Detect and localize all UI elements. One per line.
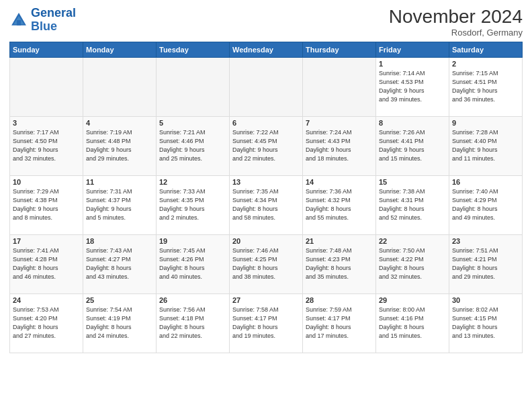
logo-text: General Blue	[31, 7, 76, 34]
day-number: 6	[232, 119, 300, 127]
day-info: Sunrise: 7:45 AMSunset: 4:26 PMDaylight:…	[159, 246, 226, 281]
day-info: Sunrise: 7:29 AMSunset: 4:38 PMDaylight:…	[13, 187, 80, 222]
table-row: 13Sunrise: 7:35 AMSunset: 4:34 PMDayligh…	[230, 175, 303, 234]
col-saturday: Saturday	[449, 42, 523, 57]
table-row: 17Sunrise: 7:41 AMSunset: 4:28 PMDayligh…	[10, 234, 83, 293]
day-number: 28	[306, 296, 373, 304]
day-info: Sunrise: 7:50 AMSunset: 4:22 PMDaylight:…	[379, 246, 446, 281]
day-number: 8	[379, 119, 446, 127]
day-number: 17	[13, 237, 80, 245]
col-wednesday: Wednesday	[230, 42, 303, 57]
day-number: 18	[86, 237, 153, 245]
day-info: Sunrise: 7:19 AMSunset: 4:48 PMDaylight:…	[86, 128, 153, 163]
day-info: Sunrise: 7:53 AMSunset: 4:20 PMDaylight:…	[13, 306, 80, 340]
col-friday: Friday	[376, 42, 449, 57]
table-row: 19Sunrise: 7:45 AMSunset: 4:26 PMDayligh…	[157, 234, 230, 293]
day-info: Sunrise: 7:48 AMSunset: 4:23 PMDaylight:…	[306, 246, 373, 281]
table-row: 24Sunrise: 7:53 AMSunset: 4:20 PMDayligh…	[10, 293, 83, 353]
day-number: 15	[379, 178, 446, 186]
day-number: 25	[86, 296, 153, 304]
day-info: Sunrise: 7:38 AMSunset: 4:31 PMDaylight:…	[379, 187, 446, 222]
table-row: 25Sunrise: 7:54 AMSunset: 4:19 PMDayligh…	[83, 293, 157, 353]
day-number: 2	[452, 60, 519, 68]
day-number: 12	[159, 178, 226, 186]
logo-general: General	[31, 6, 76, 19]
table-row: 4Sunrise: 7:19 AMSunset: 4:48 PMDaylight…	[83, 116, 157, 175]
day-info: Sunrise: 8:00 AMSunset: 4:16 PMDaylight:…	[379, 306, 446, 340]
day-number: 29	[379, 296, 446, 304]
day-number: 3	[13, 119, 80, 127]
table-row: 5Sunrise: 7:21 AMSunset: 4:46 PMDaylight…	[157, 116, 230, 175]
calendar-row-2: 3Sunrise: 7:17 AMSunset: 4:50 PMDaylight…	[10, 116, 523, 175]
day-number: 30	[452, 296, 519, 304]
month-title: November 2024	[389, 7, 523, 28]
table-row: 11Sunrise: 7:31 AMSunset: 4:37 PMDayligh…	[83, 175, 157, 234]
calendar-row-5: 24Sunrise: 7:53 AMSunset: 4:20 PMDayligh…	[10, 293, 523, 353]
day-info: Sunrise: 8:02 AMSunset: 4:15 PMDaylight:…	[452, 306, 519, 340]
calendar-header-row: Sunday Monday Tuesday Wednesday Thursday…	[10, 42, 523, 57]
day-info: Sunrise: 7:59 AMSunset: 4:17 PMDaylight:…	[306, 306, 373, 340]
table-row: 20Sunrise: 7:46 AMSunset: 4:25 PMDayligh…	[230, 234, 303, 293]
table-row: 9Sunrise: 7:28 AMSunset: 4:40 PMDaylight…	[449, 116, 523, 175]
table-row: 30Sunrise: 8:02 AMSunset: 4:15 PMDayligh…	[449, 293, 523, 353]
logo-icon	[9, 11, 28, 30]
day-info: Sunrise: 7:41 AMSunset: 4:28 PMDaylight:…	[13, 246, 80, 281]
day-number: 23	[452, 237, 519, 245]
day-info: Sunrise: 7:58 AMSunset: 4:17 PMDaylight:…	[232, 306, 300, 340]
col-tuesday: Tuesday	[157, 42, 230, 57]
svg-rect-2	[17, 20, 21, 26]
page-container: General Blue November 2024 Rosdorf, Germ…	[0, 0, 532, 359]
day-info: Sunrise: 7:56 AMSunset: 4:18 PMDaylight:…	[159, 306, 226, 340]
day-info: Sunrise: 7:46 AMSunset: 4:25 PMDaylight:…	[232, 246, 300, 281]
day-number: 19	[159, 237, 226, 245]
day-number: 13	[232, 178, 300, 186]
table-row	[83, 57, 157, 116]
day-info: Sunrise: 7:24 AMSunset: 4:43 PMDaylight:…	[306, 128, 373, 163]
table-row: 6Sunrise: 7:22 AMSunset: 4:45 PMDaylight…	[230, 116, 303, 175]
col-sunday: Sunday	[10, 42, 83, 57]
calendar-row-3: 10Sunrise: 7:29 AMSunset: 4:38 PMDayligh…	[10, 175, 523, 234]
title-area: November 2024 Rosdorf, Germany	[389, 7, 523, 38]
day-number: 7	[306, 119, 373, 127]
day-info: Sunrise: 7:15 AMSunset: 4:51 PMDaylight:…	[452, 69, 519, 104]
table-row	[230, 57, 303, 116]
day-number: 16	[452, 178, 519, 186]
table-row: 21Sunrise: 7:48 AMSunset: 4:23 PMDayligh…	[303, 234, 376, 293]
table-row: 15Sunrise: 7:38 AMSunset: 4:31 PMDayligh…	[376, 175, 449, 234]
logo: General Blue	[9, 7, 76, 34]
day-info: Sunrise: 7:14 AMSunset: 4:53 PMDaylight:…	[379, 69, 446, 104]
day-number: 24	[13, 296, 80, 304]
day-number: 20	[232, 237, 300, 245]
table-row: 16Sunrise: 7:40 AMSunset: 4:29 PMDayligh…	[449, 175, 523, 234]
day-info: Sunrise: 7:51 AMSunset: 4:21 PMDaylight:…	[452, 246, 519, 281]
calendar-table: Sunday Monday Tuesday Wednesday Thursday…	[9, 42, 523, 353]
day-number: 14	[306, 178, 373, 186]
day-info: Sunrise: 7:35 AMSunset: 4:34 PMDaylight:…	[232, 187, 300, 222]
day-info: Sunrise: 7:22 AMSunset: 4:45 PMDaylight:…	[232, 128, 300, 163]
table-row: 29Sunrise: 8:00 AMSunset: 4:16 PMDayligh…	[376, 293, 449, 353]
day-info: Sunrise: 7:26 AMSunset: 4:41 PMDaylight:…	[379, 128, 446, 163]
table-row	[157, 57, 230, 116]
day-number: 1	[379, 60, 446, 68]
table-row: 2Sunrise: 7:15 AMSunset: 4:51 PMDaylight…	[449, 57, 523, 116]
day-info: Sunrise: 7:40 AMSunset: 4:29 PMDaylight:…	[452, 187, 519, 222]
table-row: 10Sunrise: 7:29 AMSunset: 4:38 PMDayligh…	[10, 175, 83, 234]
day-info: Sunrise: 7:36 AMSunset: 4:32 PMDaylight:…	[306, 187, 373, 222]
table-row: 23Sunrise: 7:51 AMSunset: 4:21 PMDayligh…	[449, 234, 523, 293]
day-number: 5	[159, 119, 226, 127]
calendar-row-1: 1Sunrise: 7:14 AMSunset: 4:53 PMDaylight…	[10, 57, 523, 116]
day-number: 27	[232, 296, 300, 304]
table-row	[303, 57, 376, 116]
day-info: Sunrise: 7:21 AMSunset: 4:46 PMDaylight:…	[159, 128, 226, 163]
table-row: 3Sunrise: 7:17 AMSunset: 4:50 PMDaylight…	[10, 116, 83, 175]
day-number: 4	[86, 119, 153, 127]
table-row: 14Sunrise: 7:36 AMSunset: 4:32 PMDayligh…	[303, 175, 376, 234]
table-row: 12Sunrise: 7:33 AMSunset: 4:35 PMDayligh…	[157, 175, 230, 234]
table-row: 22Sunrise: 7:50 AMSunset: 4:22 PMDayligh…	[376, 234, 449, 293]
day-number: 26	[159, 296, 226, 304]
table-row: 28Sunrise: 7:59 AMSunset: 4:17 PMDayligh…	[303, 293, 376, 353]
day-info: Sunrise: 7:33 AMSunset: 4:35 PMDaylight:…	[159, 187, 226, 222]
day-info: Sunrise: 7:28 AMSunset: 4:40 PMDaylight:…	[452, 128, 519, 163]
calendar-row-4: 17Sunrise: 7:41 AMSunset: 4:28 PMDayligh…	[10, 234, 523, 293]
table-row	[10, 57, 83, 116]
